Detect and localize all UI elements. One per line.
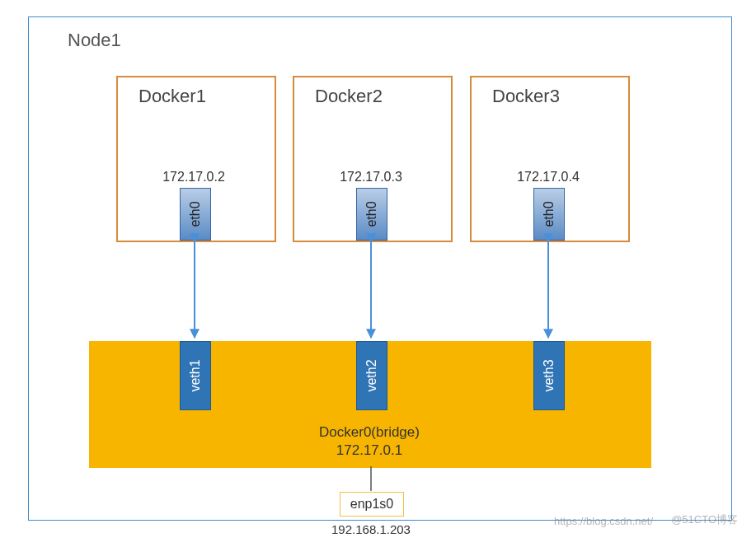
veth1-label: veth1: [188, 359, 203, 391]
docker1-title: Docker1: [139, 86, 206, 107]
veth1-box: veth1: [180, 341, 211, 410]
bridge-name: Docker0(bridge): [287, 423, 452, 442]
veth2-label: veth2: [364, 359, 379, 391]
bridge-ip: 172.17.0.1: [287, 442, 452, 460]
bridge-label: Docker0(bridge) 172.17.0.1: [287, 423, 452, 460]
veth2-box: veth2: [356, 341, 387, 410]
veth3-box: veth3: [533, 341, 565, 410]
docker1-ip: 172.17.0.2: [148, 170, 239, 185]
docker3-eth0: eth0: [533, 188, 565, 241]
host-interface-ip: 192.168.1.203: [322, 522, 420, 536]
veth3-label: veth3: [542, 359, 556, 391]
docker2-title: Docker2: [315, 86, 383, 107]
docker1-eth0-label: eth0: [188, 201, 203, 227]
host-interface-box: enp1s0: [340, 492, 404, 517]
diagram-canvas: Node1 Docker1 172.17.0.2 eth0 Docker2 17…: [0, 0, 756, 547]
watermark-blog: https://blog.csdn.net/: [554, 515, 653, 527]
watermark-tag: @51CTO博客: [671, 512, 738, 527]
docker1-eth0: eth0: [180, 188, 211, 241]
node-title: Node1: [68, 30, 121, 51]
docker2-ip: 172.17.0.3: [326, 170, 416, 185]
docker3-title: Docker3: [492, 86, 560, 107]
docker3-ip: 172.17.0.4: [503, 170, 594, 185]
docker3-eth0-label: eth0: [542, 201, 556, 227]
docker2-eth0: eth0: [356, 188, 387, 241]
docker2-eth0-label: eth0: [364, 201, 379, 227]
